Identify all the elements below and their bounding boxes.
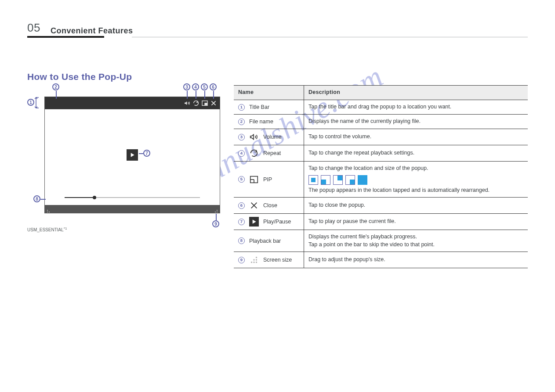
callout-num: 6 <box>238 202 245 209</box>
table-row: 6 Close Tap to close the popup. <box>234 198 528 214</box>
table-row: 5 PIP Tap to change the location and siz… <box>234 162 528 198</box>
row-label: File name <box>249 119 273 125</box>
table-row: 9 Screen size Drag to adjust the popup's… <box>234 252 528 268</box>
svg-point-7 <box>215 212 216 212</box>
svg-point-13 <box>256 262 257 263</box>
playback-bar <box>65 197 200 198</box>
callout-num: 3 <box>238 134 245 140</box>
play-button <box>127 149 138 161</box>
title-bar <box>45 97 220 109</box>
leader-5 <box>204 91 205 99</box>
callout-1: 1 <box>27 99 34 106</box>
pip-icon <box>201 100 208 107</box>
leader-8 <box>40 199 46 200</box>
hdr-desc: Description <box>304 86 528 100</box>
callout-num: 1 <box>238 104 245 111</box>
callout-num: 7 <box>238 219 245 225</box>
resize-corner-bl-icon <box>47 207 52 212</box>
refresh-icon <box>249 148 259 158</box>
callout-num: 8 <box>238 237 245 244</box>
row-label: Play/Pause <box>263 219 291 225</box>
row-desc: Tap to play or pause the current file. <box>304 214 528 230</box>
section-title: Convenient Features <box>51 26 133 36</box>
table-row: 3 Volume Tap to control the volume. <box>234 129 528 145</box>
row-label: Repeat <box>263 150 281 156</box>
callout-3: 3 <box>183 83 190 90</box>
resize-icon <box>249 255 259 265</box>
row-label: Screen size <box>263 257 292 263</box>
table-header: Name Description <box>234 86 528 100</box>
svg-point-5 <box>217 212 218 212</box>
speaker-icon <box>184 100 191 107</box>
svg-point-4 <box>49 212 50 212</box>
row-desc: Tap the title bar and drag the popup to … <box>304 100 528 114</box>
leader-6 <box>213 91 214 99</box>
row-desc: Displays the name of the currently playi… <box>304 115 528 129</box>
play-icon <box>249 217 259 227</box>
pip-options <box>308 175 523 185</box>
callout-9: 9 <box>212 220 219 227</box>
speaker-icon <box>249 132 259 142</box>
callout-5: 5 <box>201 83 208 90</box>
dim-bracket <box>34 97 43 110</box>
row-desc: Tap to change the repeat playback settin… <box>304 145 528 161</box>
svg-point-3 <box>47 210 48 211</box>
refresh-icon <box>192 100 200 107</box>
header-divider <box>27 36 104 38</box>
playback-progress <box>65 197 94 198</box>
pip-br-icon <box>345 175 355 185</box>
subheading: How to Use the Pop-Up <box>27 72 132 82</box>
footnote: USM_ESSENTIAL*1 <box>27 227 67 232</box>
table-row: 4 Repeat Tap to change the repeat playba… <box>234 145 528 162</box>
row-label: PIP <box>263 176 272 183</box>
leader-2 <box>56 91 57 99</box>
hdr-name: Name <box>234 86 304 100</box>
svg-point-2 <box>47 212 48 212</box>
leader-4 <box>196 91 196 99</box>
callout-num: 9 <box>238 257 245 263</box>
pip-tr-icon <box>333 175 343 185</box>
callout-num: 4 <box>238 150 245 157</box>
pip-center-icon <box>308 175 318 185</box>
pip-icon <box>249 175 259 184</box>
row-label: Title Bar <box>249 104 269 110</box>
svg-point-16 <box>256 257 257 258</box>
callout-8: 8 <box>33 195 40 202</box>
row-desc: Tap to close the popup. <box>304 198 528 213</box>
header-rule <box>132 37 528 37</box>
callout-2: 2 <box>52 83 59 90</box>
callout-4: 4 <box>192 83 199 90</box>
leader-7 <box>139 153 143 154</box>
playback-knob <box>93 196 96 199</box>
pip-bl-icon <box>321 175 330 185</box>
row-label: Playback bar <box>249 238 281 244</box>
popup-diagram <box>44 97 220 213</box>
callout-7: 7 <box>143 150 150 157</box>
table-row: 7 Play/Pause Tap to play or pause the cu… <box>234 214 528 230</box>
row-desc: Drag to adjust the popup's size. <box>304 252 528 268</box>
table-row: 2File name Displays the name of the curr… <box>234 115 528 129</box>
row-label: Volume <box>263 134 282 140</box>
callout-6: 6 <box>210 83 217 90</box>
table-row: 1Title Bar Tap the title bar and drag th… <box>234 100 528 115</box>
resize-corner-br-icon <box>213 207 218 212</box>
table-row: 8Playback bar Displays the current file'… <box>234 230 528 252</box>
svg-point-6 <box>217 210 218 211</box>
svg-point-14 <box>253 259 254 260</box>
row-desc: Tap to change the location and size of t… <box>304 162 528 197</box>
svg-point-15 <box>256 259 257 260</box>
svg-point-12 <box>253 262 254 263</box>
leader-3 <box>187 91 188 99</box>
leader-9 <box>216 214 217 220</box>
callout-num: 2 <box>238 119 245 125</box>
row-label: Close <box>263 202 277 209</box>
page-number: 05 <box>27 21 40 35</box>
close-icon <box>210 100 217 107</box>
pip-full-icon <box>358 175 367 185</box>
close-icon <box>249 201 259 210</box>
callout-num: 5 <box>238 176 245 183</box>
svg-point-11 <box>251 262 252 263</box>
status-bar <box>45 205 220 213</box>
row-desc: Tap to control the volume. <box>304 129 528 145</box>
svg-rect-1 <box>205 103 207 105</box>
